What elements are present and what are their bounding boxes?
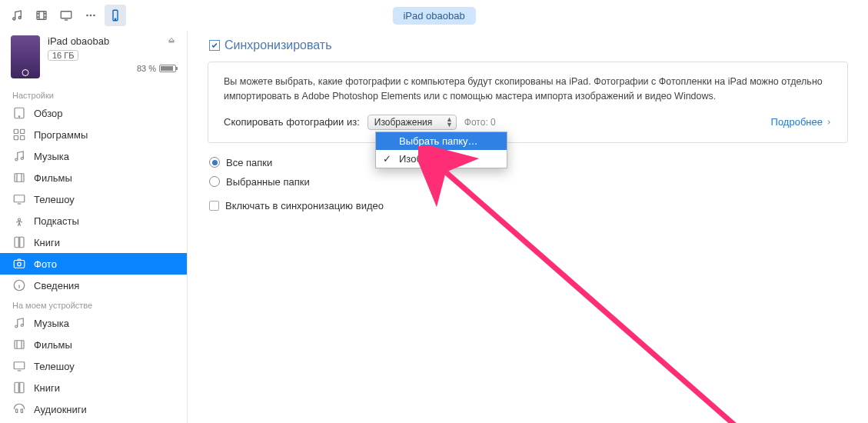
source-select[interactable]: Изображения ▲▼	[367, 115, 457, 130]
dropdown-choose-folder[interactable]: Выбрать папку…	[376, 132, 507, 150]
radio-selected-label: Выбранные папки	[226, 176, 310, 188]
more-link-label: Подробнее	[771, 116, 823, 128]
dropdown-images[interactable]: ✓ Изображения	[376, 150, 507, 168]
svg-point-24	[21, 325, 23, 327]
sidebar-device-audiobooks[interactable]: Аудиокниги	[0, 398, 187, 420]
tv-icon	[12, 359, 26, 373]
sidebar-device-music[interactable]: Музыка	[0, 312, 187, 334]
radio-selected-folders[interactable]	[209, 176, 220, 187]
sidebar-device-tv[interactable]: Телешоу	[0, 355, 187, 377]
svg-point-21	[18, 262, 22, 266]
content-area: Синхронизировать Вы можете выбрать, каки…	[188, 31, 868, 423]
sidebar-item-info[interactable]: Сведения	[0, 275, 187, 296]
tv-icon	[12, 192, 26, 206]
svg-rect-2	[37, 12, 46, 20]
apps-icon	[12, 128, 26, 142]
radio-all-label: Все папки	[226, 157, 272, 168]
select-arrows-icon: ▲▼	[446, 117, 453, 128]
music-library-icon[interactable]	[6, 5, 28, 26]
sync-title: Синхронизировать	[224, 38, 332, 52]
svg-rect-13	[14, 136, 18, 140]
sidebar-item-label: Телешоу	[34, 194, 75, 205]
svg-rect-11	[14, 129, 18, 133]
top-toolbar: iPad obaobab	[0, 0, 868, 31]
sidebar: iPad obaobab 16 ГБ 83 % Настройки Обзор …	[0, 31, 188, 423]
svg-rect-14	[21, 136, 25, 140]
battery-icon	[159, 65, 176, 72]
sidebar-item-label: Сведения	[34, 280, 79, 291]
dropdown-option-label: Изображения	[399, 153, 462, 165]
include-video-label: Включать в синхронизацию видео	[225, 200, 384, 212]
sidebar-item-label: Музыка	[34, 318, 69, 329]
svg-point-19	[18, 218, 21, 221]
sidebar-item-label: Фильмы	[34, 339, 72, 351]
svg-point-16	[21, 158, 23, 160]
svg-point-4	[86, 15, 88, 17]
sidebar-item-tv[interactable]: Телешоу	[0, 188, 187, 210]
source-select-value: Изображения	[374, 117, 432, 128]
svg-point-6	[93, 15, 95, 17]
svg-point-5	[90, 15, 92, 17]
more-icon[interactable]	[80, 5, 101, 26]
sidebar-item-books[interactable]: Книги	[0, 231, 187, 253]
sidebar-device-sounds[interactable]: Звуки	[0, 420, 187, 423]
more-link[interactable]: Подробнее	[771, 116, 832, 128]
svg-point-8	[115, 18, 115, 19]
sidebar-item-label: Фильмы	[34, 172, 72, 184]
sidebar-item-photos[interactable]: Фото	[0, 253, 187, 275]
sidebar-device-books[interactable]: Книги	[0, 377, 187, 398]
books-icon	[12, 381, 26, 395]
sidebar-item-music[interactable]: Музыка	[0, 145, 187, 167]
svg-rect-12	[21, 129, 25, 133]
podcasts-icon	[12, 214, 26, 228]
sidebar-item-label: Обзор	[34, 108, 63, 119]
radio-all-folders[interactable]	[209, 157, 220, 168]
sidebar-item-label: Музыка	[34, 151, 69, 162]
sidebar-device-movies[interactable]: Фильмы	[0, 334, 187, 355]
device-thumbnail	[11, 35, 40, 78]
sidebar-item-podcasts[interactable]: Подкасты	[0, 210, 187, 231]
svg-rect-3	[61, 12, 72, 18]
svg-point-0	[13, 18, 15, 20]
device-header: iPad obaobab 16 ГБ 83 %	[0, 31, 187, 86]
device-name-label: iPad obaobab	[48, 35, 109, 47]
movies-icon	[12, 338, 26, 351]
sidebar-item-apps[interactable]: Программы	[0, 124, 187, 145]
photo-count: Фото: 0	[464, 117, 496, 128]
movies-library-icon[interactable]	[31, 5, 52, 26]
svg-rect-20	[14, 261, 25, 268]
device-icon[interactable]	[105, 5, 126, 26]
sidebar-item-label: Подкасты	[34, 215, 79, 227]
device-name-pill[interactable]: iPad obaobab	[392, 7, 475, 25]
storage-badge: 16 ГБ	[48, 50, 78, 61]
svg-point-23	[15, 325, 18, 328]
check-icon: ✓	[383, 153, 391, 165]
sidebar-item-label: Аудиокниги	[34, 404, 87, 415]
copy-from-label: Скопировать фотографии из:	[224, 116, 360, 128]
svg-rect-18	[14, 195, 25, 202]
include-video-checkbox[interactable]	[209, 201, 219, 211]
overview-icon	[12, 106, 26, 120]
eject-icon[interactable]	[167, 35, 176, 47]
sidebar-section-on-device: На моем устройстве	[0, 296, 187, 312]
sidebar-item-overview[interactable]: Обзор	[0, 102, 187, 124]
svg-rect-26	[14, 362, 25, 369]
sidebar-item-label: Фото	[34, 258, 57, 270]
sidebar-item-label: Книги	[34, 237, 60, 248]
sync-panel: Вы можете выбрать, какие фотографии с ко…	[208, 62, 848, 143]
tv-library-icon[interactable]	[55, 5, 77, 26]
battery-percent: 83 %	[137, 64, 156, 73]
svg-rect-17	[15, 174, 24, 182]
sync-checkbox[interactable]	[209, 40, 220, 51]
source-dropdown: Выбрать папку… ✓ Изображения	[375, 132, 507, 168]
info-icon	[12, 278, 26, 292]
svg-rect-25	[15, 341, 24, 349]
books-icon	[12, 235, 26, 249]
help-text: Вы можете выбрать, какие фотографии с ко…	[224, 75, 832, 104]
svg-point-15	[15, 158, 18, 161]
sidebar-section-settings: Настройки	[0, 86, 187, 102]
sidebar-item-label: Телешоу	[34, 361, 75, 372]
sidebar-item-label: Программы	[34, 129, 88, 141]
sidebar-item-movies[interactable]: Фильмы	[0, 167, 187, 188]
music-icon	[12, 316, 26, 330]
